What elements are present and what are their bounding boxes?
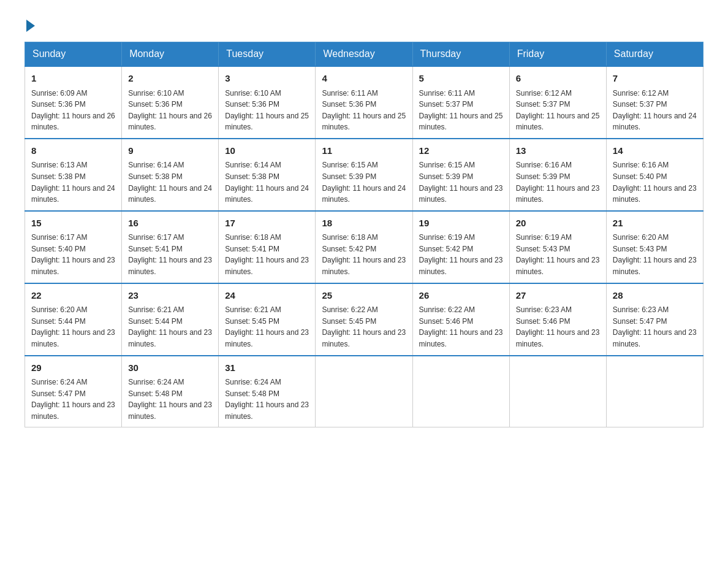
calendar-day-cell: 24Sunrise: 6:21 AMSunset: 5:45 PMDayligh… xyxy=(219,283,316,356)
calendar-day-cell: 20Sunrise: 6:19 AMSunset: 5:43 PMDayligh… xyxy=(509,211,606,283)
day-number: 17 xyxy=(225,216,309,231)
day-info: Sunrise: 6:24 AMSunset: 5:47 PMDaylight:… xyxy=(31,377,115,422)
day-number: 29 xyxy=(31,361,115,375)
day-info: Sunrise: 6:22 AMSunset: 5:45 PMDaylight:… xyxy=(322,304,406,350)
calendar-day-cell: 19Sunrise: 6:19 AMSunset: 5:42 PMDayligh… xyxy=(412,211,509,283)
page-header xyxy=(25,18,703,29)
day-info: Sunrise: 6:18 AMSunset: 5:42 PMDaylight:… xyxy=(322,232,406,277)
calendar-day-header: Sunday xyxy=(25,42,122,67)
calendar-week-row: 15Sunrise: 6:17 AMSunset: 5:40 PMDayligh… xyxy=(25,211,703,283)
day-info: Sunrise: 6:14 AMSunset: 5:38 PMDaylight:… xyxy=(225,159,309,205)
calendar-day-cell: 26Sunrise: 6:22 AMSunset: 5:46 PMDayligh… xyxy=(412,283,509,356)
calendar-day-header: Thursday xyxy=(412,42,509,67)
day-number: 26 xyxy=(419,289,503,303)
day-number: 30 xyxy=(128,361,212,375)
day-info: Sunrise: 6:17 AMSunset: 5:41 PMDaylight:… xyxy=(128,232,212,277)
logo-arrow-icon xyxy=(26,20,35,32)
calendar-table: SundayMondayTuesdayWednesdayThursdayFrid… xyxy=(25,42,703,427)
day-info: Sunrise: 6:19 AMSunset: 5:43 PMDaylight:… xyxy=(516,232,600,277)
calendar-day-cell xyxy=(606,356,703,427)
day-number: 19 xyxy=(419,216,503,231)
day-number: 10 xyxy=(225,144,309,158)
day-number: 31 xyxy=(225,361,309,375)
calendar-day-cell: 12Sunrise: 6:15 AMSunset: 5:39 PMDayligh… xyxy=(412,139,509,211)
day-number: 8 xyxy=(31,144,115,158)
calendar-day-cell xyxy=(509,356,606,427)
day-info: Sunrise: 6:11 AMSunset: 5:36 PMDaylight:… xyxy=(322,88,406,133)
logo xyxy=(25,18,35,29)
day-info: Sunrise: 6:13 AMSunset: 5:38 PMDaylight:… xyxy=(31,159,115,205)
calendar-day-cell: 4Sunrise: 6:11 AMSunset: 5:36 PMDaylight… xyxy=(316,66,412,139)
calendar-day-cell: 17Sunrise: 6:18 AMSunset: 5:41 PMDayligh… xyxy=(219,211,316,283)
day-info: Sunrise: 6:11 AMSunset: 5:37 PMDaylight:… xyxy=(419,88,503,133)
day-number: 22 xyxy=(31,289,115,303)
day-info: Sunrise: 6:21 AMSunset: 5:44 PMDaylight:… xyxy=(128,304,212,350)
day-number: 15 xyxy=(31,216,115,231)
day-info: Sunrise: 6:10 AMSunset: 5:36 PMDaylight:… xyxy=(128,88,212,133)
calendar-day-cell: 16Sunrise: 6:17 AMSunset: 5:41 PMDayligh… xyxy=(122,211,219,283)
calendar-day-cell: 29Sunrise: 6:24 AMSunset: 5:47 PMDayligh… xyxy=(25,356,122,427)
day-info: Sunrise: 6:22 AMSunset: 5:46 PMDaylight:… xyxy=(419,304,503,350)
day-number: 4 xyxy=(322,72,406,86)
calendar-day-cell: 13Sunrise: 6:16 AMSunset: 5:39 PMDayligh… xyxy=(509,139,606,211)
day-number: 28 xyxy=(613,289,697,303)
day-number: 2 xyxy=(128,72,212,86)
calendar-day-cell: 30Sunrise: 6:24 AMSunset: 5:48 PMDayligh… xyxy=(122,356,219,427)
day-number: 9 xyxy=(128,144,212,158)
day-info: Sunrise: 6:24 AMSunset: 5:48 PMDaylight:… xyxy=(225,377,309,422)
calendar-day-cell: 9Sunrise: 6:14 AMSunset: 5:38 PMDaylight… xyxy=(122,139,219,211)
calendar-day-cell: 21Sunrise: 6:20 AMSunset: 5:43 PMDayligh… xyxy=(606,211,703,283)
day-info: Sunrise: 6:10 AMSunset: 5:36 PMDaylight:… xyxy=(225,88,309,133)
day-info: Sunrise: 6:23 AMSunset: 5:46 PMDaylight:… xyxy=(516,304,600,350)
day-number: 27 xyxy=(516,289,600,303)
calendar-day-cell: 28Sunrise: 6:23 AMSunset: 5:47 PMDayligh… xyxy=(606,283,703,356)
day-number: 23 xyxy=(128,289,212,303)
calendar-day-cell: 10Sunrise: 6:14 AMSunset: 5:38 PMDayligh… xyxy=(219,139,316,211)
day-info: Sunrise: 6:21 AMSunset: 5:45 PMDaylight:… xyxy=(225,304,309,350)
calendar-day-cell: 3Sunrise: 6:10 AMSunset: 5:36 PMDaylight… xyxy=(219,66,316,139)
day-number: 16 xyxy=(128,216,212,231)
day-info: Sunrise: 6:15 AMSunset: 5:39 PMDaylight:… xyxy=(419,159,503,205)
calendar-day-cell xyxy=(316,356,412,427)
day-info: Sunrise: 6:14 AMSunset: 5:38 PMDaylight:… xyxy=(128,159,212,205)
calendar-week-row: 22Sunrise: 6:20 AMSunset: 5:44 PMDayligh… xyxy=(25,283,703,356)
day-info: Sunrise: 6:12 AMSunset: 5:37 PMDaylight:… xyxy=(516,88,600,133)
calendar-day-cell: 22Sunrise: 6:20 AMSunset: 5:44 PMDayligh… xyxy=(25,283,122,356)
day-number: 21 xyxy=(613,216,697,231)
calendar-day-cell: 14Sunrise: 6:16 AMSunset: 5:40 PMDayligh… xyxy=(606,139,703,211)
calendar-day-cell: 18Sunrise: 6:18 AMSunset: 5:42 PMDayligh… xyxy=(316,211,412,283)
day-info: Sunrise: 6:16 AMSunset: 5:39 PMDaylight:… xyxy=(516,159,600,205)
day-info: Sunrise: 6:20 AMSunset: 5:43 PMDaylight:… xyxy=(613,232,697,277)
calendar-day-cell: 8Sunrise: 6:13 AMSunset: 5:38 PMDaylight… xyxy=(25,139,122,211)
day-info: Sunrise: 6:18 AMSunset: 5:41 PMDaylight:… xyxy=(225,232,309,277)
day-number: 12 xyxy=(419,144,503,158)
calendar-day-cell: 11Sunrise: 6:15 AMSunset: 5:39 PMDayligh… xyxy=(316,139,412,211)
calendar-day-cell: 31Sunrise: 6:24 AMSunset: 5:48 PMDayligh… xyxy=(219,356,316,427)
calendar-week-row: 29Sunrise: 6:24 AMSunset: 5:47 PMDayligh… xyxy=(25,356,703,427)
calendar-day-cell: 2Sunrise: 6:10 AMSunset: 5:36 PMDaylight… xyxy=(122,66,219,139)
day-number: 20 xyxy=(516,216,600,231)
day-number: 6 xyxy=(516,72,600,86)
day-info: Sunrise: 6:20 AMSunset: 5:44 PMDaylight:… xyxy=(31,304,115,350)
calendar-day-header: Wednesday xyxy=(316,42,412,67)
day-number: 24 xyxy=(225,289,309,303)
day-number: 3 xyxy=(225,72,309,86)
calendar-day-header: Saturday xyxy=(606,42,703,67)
calendar-day-cell xyxy=(412,356,509,427)
day-number: 13 xyxy=(516,144,600,158)
calendar-day-header: Friday xyxy=(509,42,606,67)
calendar-day-cell: 1Sunrise: 6:09 AMSunset: 5:36 PMDaylight… xyxy=(25,66,122,139)
calendar-day-header: Tuesday xyxy=(219,42,316,67)
day-number: 5 xyxy=(419,72,503,86)
day-info: Sunrise: 6:17 AMSunset: 5:40 PMDaylight:… xyxy=(31,232,115,277)
calendar-week-row: 8Sunrise: 6:13 AMSunset: 5:38 PMDaylight… xyxy=(25,139,703,211)
calendar-day-cell: 25Sunrise: 6:22 AMSunset: 5:45 PMDayligh… xyxy=(316,283,412,356)
calendar-day-cell: 15Sunrise: 6:17 AMSunset: 5:40 PMDayligh… xyxy=(25,211,122,283)
day-number: 14 xyxy=(613,144,697,158)
calendar-day-header: Monday xyxy=(122,42,219,67)
day-info: Sunrise: 6:15 AMSunset: 5:39 PMDaylight:… xyxy=(322,159,406,205)
day-info: Sunrise: 6:16 AMSunset: 5:40 PMDaylight:… xyxy=(613,159,697,205)
day-info: Sunrise: 6:12 AMSunset: 5:37 PMDaylight:… xyxy=(613,88,697,133)
day-number: 25 xyxy=(322,289,406,303)
day-info: Sunrise: 6:24 AMSunset: 5:48 PMDaylight:… xyxy=(128,377,212,422)
